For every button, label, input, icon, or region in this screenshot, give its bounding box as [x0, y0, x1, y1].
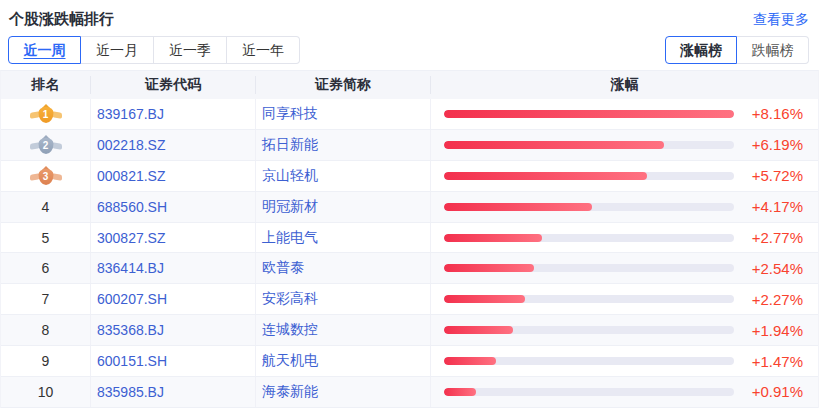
change-bar — [444, 357, 496, 365]
table-row[interactable]: 9 600151.SH 航天机电 +1.47% — [1, 346, 818, 377]
table-row[interactable]: 10 835985.BJ 海泰新能 +0.91% — [1, 377, 818, 408]
change-percent: +5.72% — [734, 167, 818, 184]
change-bar-track — [444, 203, 734, 211]
table-row[interactable]: 3 000821.SZ 京山轻机 +5.72% — [1, 161, 818, 192]
stock-code-link[interactable]: 839167.BJ — [91, 106, 164, 122]
table-header-row: 排名 证券代码 证券简称 涨幅 — [1, 71, 818, 99]
rank-number: 10 — [38, 384, 54, 400]
period-tabs: 近一周 近一月 近一季 近一年 — [8, 36, 300, 64]
rank-number: 6 — [42, 260, 50, 276]
change-percent: +8.16% — [734, 105, 818, 122]
change-bar — [444, 295, 525, 303]
tab-last-month[interactable]: 近一月 — [81, 36, 154, 64]
table-row[interactable]: 1 839167.BJ 同享科技 +8.16% — [1, 99, 818, 130]
stock-code-link[interactable]: 600207.SH — [91, 291, 167, 307]
change-bar — [444, 264, 534, 272]
rank-number: 4 — [42, 199, 50, 215]
change-percent: +2.27% — [734, 291, 818, 308]
change-percent: +1.47% — [734, 353, 818, 370]
change-bar — [444, 141, 664, 149]
change-bar — [444, 110, 734, 118]
header-rank: 排名 — [1, 76, 91, 94]
change-bar-track — [444, 295, 734, 303]
view-more-link[interactable]: 查看更多 — [753, 11, 809, 29]
change-bar-track — [444, 110, 734, 118]
stock-name-link[interactable]: 海泰新能 — [256, 383, 318, 401]
change-percent: +0.91% — [734, 383, 818, 400]
change-bar — [444, 326, 513, 334]
change-percent: +2.54% — [734, 260, 818, 277]
stock-code-link[interactable]: 835368.BJ — [91, 322, 164, 338]
rank-number: 8 — [42, 322, 50, 338]
header-code: 证券代码 — [91, 76, 256, 94]
stock-name-link[interactable]: 航天机电 — [256, 352, 318, 370]
table-row[interactable]: 2 002218.SZ 拓日新能 +6.19% — [1, 130, 818, 161]
stock-code-link[interactable]: 300827.SZ — [91, 230, 166, 246]
rank-number: 9 — [42, 353, 50, 369]
change-percent: +4.17% — [734, 198, 818, 215]
change-bar — [444, 388, 476, 396]
stock-code-link[interactable]: 688560.SH — [91, 199, 167, 215]
change-bar-track — [444, 326, 734, 334]
ranking-table: 排名 证券代码 证券简称 涨幅 1 839167.BJ 同享科技 +8.16% … — [0, 70, 819, 408]
gainers-toggle[interactable]: 涨幅榜 — [665, 36, 737, 64]
stock-name-link[interactable]: 欧普泰 — [256, 259, 304, 277]
stock-name-link[interactable]: 拓日新能 — [256, 136, 318, 154]
header-name: 证券简称 — [256, 76, 431, 94]
change-percent: +1.94% — [734, 322, 818, 339]
change-bar-track — [444, 234, 734, 242]
change-bar — [444, 234, 542, 242]
rank-direction-toggle: 涨幅榜 跌幅榜 — [665, 36, 809, 64]
tab-last-quarter[interactable]: 近一季 — [154, 36, 227, 64]
stock-code-link[interactable]: 600151.SH — [91, 353, 167, 369]
change-bar-track — [444, 388, 734, 396]
header-change: 涨幅 — [431, 76, 818, 94]
controls-row: 近一周 近一月 近一季 近一年 涨幅榜 跌幅榜 — [0, 30, 819, 64]
rank-number: 5 — [42, 230, 50, 246]
change-bar — [444, 203, 592, 211]
stock-name-link[interactable]: 上能电气 — [256, 229, 318, 247]
stock-code-link[interactable]: 000821.SZ — [91, 168, 166, 184]
losers-toggle[interactable]: 跌幅榜 — [737, 36, 809, 64]
stock-code-link[interactable]: 835985.BJ — [91, 384, 164, 400]
stock-code-link[interactable]: 002218.SZ — [91, 137, 166, 153]
table-row[interactable]: 7 600207.SH 安彩高科 +2.27% — [1, 284, 818, 315]
stock-name-link[interactable]: 同享科技 — [256, 105, 318, 123]
silver-medal-icon: 2 — [30, 135, 62, 155]
bronze-medal-icon: 3 — [30, 166, 62, 186]
table-row[interactable]: 4 688560.SH 明冠新材 +4.17% — [1, 192, 818, 223]
gold-medal-icon: 1 — [30, 104, 62, 124]
stock-name-link[interactable]: 明冠新材 — [256, 198, 318, 216]
change-percent: +6.19% — [734, 136, 818, 153]
tab-last-year[interactable]: 近一年 — [227, 36, 300, 64]
stock-name-link[interactable]: 安彩高科 — [256, 290, 318, 308]
stock-name-link[interactable]: 连城数控 — [256, 321, 318, 339]
widget-header: 个股涨跌幅排行 查看更多 — [0, 0, 819, 30]
change-bar — [444, 172, 647, 180]
change-bar-track — [444, 172, 734, 180]
page-title: 个股涨跌幅排行 — [9, 10, 114, 29]
change-bar-track — [444, 141, 734, 149]
stock-code-link[interactable]: 836414.BJ — [91, 260, 164, 276]
change-bar-track — [444, 357, 734, 365]
tab-last-week[interactable]: 近一周 — [8, 36, 81, 64]
stock-name-link[interactable]: 京山轻机 — [256, 167, 318, 185]
change-bar-track — [444, 264, 734, 272]
change-percent: +2.77% — [734, 229, 818, 246]
table-row[interactable]: 6 836414.BJ 欧普泰 +2.54% — [1, 253, 818, 284]
rank-number: 7 — [42, 291, 50, 307]
table-row[interactable]: 5 300827.SZ 上能电气 +2.77% — [1, 223, 818, 254]
table-row[interactable]: 8 835368.BJ 连城数控 +1.94% — [1, 315, 818, 346]
